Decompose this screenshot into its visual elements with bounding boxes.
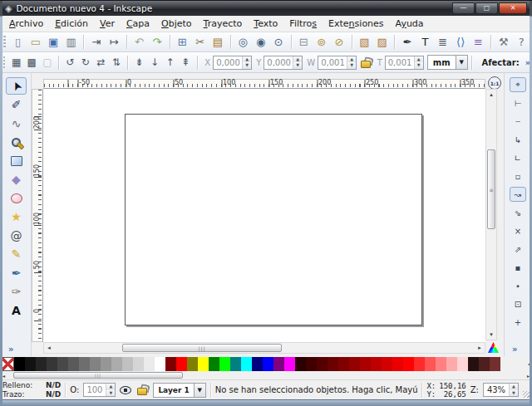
horizontal-scrollbar[interactable]: ◂ ||| ▸ xyxy=(43,342,485,354)
canvas[interactable] xyxy=(43,89,485,342)
export-document-icon[interactable]: ↦ xyxy=(106,33,122,51)
palette-scroll-left-icon[interactable]: ◂ xyxy=(2,373,5,379)
xml-editor-icon[interactable]: ⟨⟩ xyxy=(452,33,468,51)
color-swatch[interactable] xyxy=(263,357,273,371)
undo-icon[interactable]: ↶ xyxy=(131,33,147,51)
color-swatch[interactable] xyxy=(252,357,263,371)
color-swatch[interactable] xyxy=(122,357,133,371)
menu-edición[interactable]: Edición xyxy=(49,17,94,31)
zoom-field[interactable]: 43% ▲▼ xyxy=(483,383,519,397)
bezier-tool[interactable]: ✒ xyxy=(6,264,27,281)
color-swatch[interactable] xyxy=(317,357,328,371)
color-swatch[interactable] xyxy=(457,357,468,371)
color-swatch[interactable] xyxy=(371,357,382,371)
print-document-icon[interactable]: ▥ xyxy=(63,33,79,51)
fill-stroke-indicator[interactable]: Relleno: N/D Trazo: N/D xyxy=(2,381,61,399)
minimize-button[interactable]: — xyxy=(452,2,475,14)
raise-to-top-icon[interactable]: ⇞ xyxy=(179,54,193,71)
color-swatch[interactable] xyxy=(47,357,57,371)
spiral-tool[interactable]: @ xyxy=(6,227,27,244)
color-swatch[interactable] xyxy=(306,357,317,371)
color-swatch[interactable] xyxy=(144,357,155,371)
snap-cusp-nodes-icon[interactable]: ⇗ xyxy=(510,242,526,257)
rotate-ccw-icon[interactable]: ↺ xyxy=(63,54,77,71)
color-swatch[interactable] xyxy=(425,357,436,371)
redo-icon[interactable]: ↷ xyxy=(149,33,165,51)
color-swatch[interactable] xyxy=(176,357,187,371)
group-objects-icon[interactable]: ▧ xyxy=(357,33,372,51)
layer-lock-icon[interactable] xyxy=(137,384,147,395)
zoom-spinner[interactable]: ▲▼ xyxy=(509,384,518,396)
toolbar-grip[interactable] xyxy=(3,56,5,69)
color-swatch[interactable] xyxy=(133,357,144,371)
color-swatch[interactable] xyxy=(57,357,68,371)
ungroup-objects-icon[interactable]: ▨ xyxy=(374,33,390,51)
menu-objeto[interactable]: Objeto xyxy=(155,17,198,31)
snap-page-border-icon[interactable]: + xyxy=(510,315,526,330)
color-swatch[interactable] xyxy=(349,357,360,371)
opacity-field[interactable]: 100 ▲▼ xyxy=(83,383,116,397)
scroll-up-icon[interactable]: ▴ xyxy=(486,90,496,100)
no-color-swatch[interactable] xyxy=(2,357,14,371)
color-swatch[interactable] xyxy=(382,357,392,371)
calligraphy-tool[interactable]: ✑ xyxy=(6,283,27,301)
toolbox-overflow-button[interactable]: » xyxy=(8,345,13,354)
color-swatch[interactable] xyxy=(414,357,425,371)
color-swatch[interactable] xyxy=(338,357,349,371)
t-field-spinner[interactable]: ▲▼ xyxy=(414,56,423,69)
scroll-down-icon[interactable]: ▾ xyxy=(486,330,496,340)
menu-archivo[interactable]: Archivo xyxy=(3,17,49,31)
color-swatch[interactable] xyxy=(165,357,176,371)
zoom-tool[interactable] xyxy=(6,134,27,151)
snap-paths-icon[interactable]: ⇘ xyxy=(510,205,526,220)
layer-dropdown-icon[interactable]: ▼ xyxy=(194,384,205,397)
color-swatch[interactable] xyxy=(241,357,252,371)
align-dialog-icon[interactable]: ≡ xyxy=(470,33,486,51)
menu-ayuda[interactable]: Ayuda xyxy=(390,17,430,31)
color-swatch[interactable] xyxy=(68,357,79,371)
lock-ratio-icon[interactable] xyxy=(361,57,368,68)
copy-icon[interactable]: ⊞ xyxy=(175,33,190,51)
snap-intersections-icon[interactable]: × xyxy=(510,223,526,238)
x-field-spinner[interactable]: ▲▼ xyxy=(242,56,251,69)
t-field[interactable]: 0,001▲▼ xyxy=(385,56,424,70)
tweak-tool[interactable]: ∿ xyxy=(6,115,27,132)
snap-bbox-icon[interactable]: ⊢ xyxy=(510,95,526,110)
color-swatch[interactable] xyxy=(187,357,198,371)
snap-bbox-corners-icon[interactable]: ↳ xyxy=(510,132,526,147)
zoom-1-1-icon[interactable]: 1:1 xyxy=(488,76,501,90)
save-document-icon[interactable]: ▣ xyxy=(46,33,62,51)
import-document-icon[interactable]: ⇥ xyxy=(88,33,104,51)
palette-scrollbar[interactable]: ◂ ||| ▸ xyxy=(0,372,532,379)
deselect-icon[interactable]: ▢ xyxy=(41,54,55,71)
vertical-scrollbar[interactable]: ▴ ≡ ▾ xyxy=(485,89,497,340)
pencil-tool[interactable]: ✎ xyxy=(6,246,27,263)
flip-horizontal-icon[interactable]: ⇄ xyxy=(94,54,108,71)
snap-overflow-button[interactable]: » xyxy=(512,345,517,354)
maximize-button[interactable]: ▢ xyxy=(475,2,498,14)
horizontal-scroll-thumb[interactable]: ||| xyxy=(122,344,282,352)
layer-selector[interactable]: Layer 1 ▼ xyxy=(153,383,205,398)
select-all-icon[interactable]: ▦ xyxy=(9,54,23,71)
color-swatch[interactable] xyxy=(90,357,101,371)
help-icon[interactable]: ? xyxy=(514,33,530,51)
node-tool[interactable]: ✐ xyxy=(6,96,27,114)
color-swatch[interactable] xyxy=(360,357,371,371)
open-document-icon[interactable]: ▭ xyxy=(27,33,43,51)
ellipse-tool[interactable] xyxy=(6,189,27,207)
new-document-icon[interactable]: ▯ xyxy=(10,33,26,51)
w-field[interactable]: 0,001▲▼ xyxy=(318,56,357,70)
y-field-spinner[interactable]: ▲▼ xyxy=(293,56,302,69)
zoom-to-page-icon[interactable]: ⊙ xyxy=(270,33,286,51)
box3d-tool[interactable]: ◆ xyxy=(6,171,27,188)
select-all-layers-icon[interactable]: ▩ xyxy=(25,54,39,71)
scroll-right-icon[interactable]: ▸ xyxy=(475,343,485,353)
color-swatch[interactable] xyxy=(198,357,209,371)
snap-bbox-midpoints-icon[interactable]: ∟ xyxy=(510,150,526,165)
color-swatch[interactable] xyxy=(490,357,500,371)
scroll-left-icon[interactable]: ◂ xyxy=(44,343,54,353)
horizontal-ruler[interactable]: -50050100150200250300350 xyxy=(43,79,485,89)
zoom-to-drawing-icon[interactable]: ◉ xyxy=(253,33,268,51)
raise-icon[interactable]: ↑ xyxy=(163,54,177,71)
color-swatch[interactable] xyxy=(403,357,414,371)
